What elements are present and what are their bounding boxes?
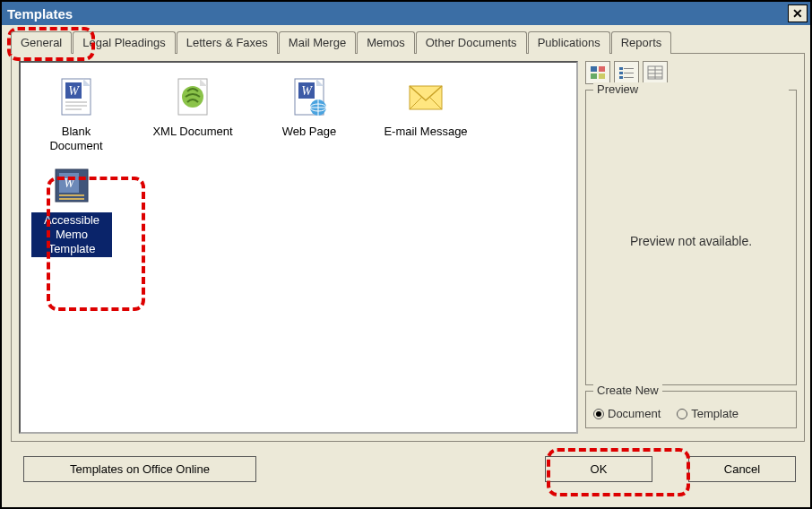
view-details-button[interactable] bbox=[643, 61, 668, 84]
email-icon bbox=[402, 73, 449, 120]
tab-legal-pleadings[interactable]: Legal Pleadings bbox=[73, 31, 176, 54]
ok-button[interactable]: OK bbox=[545, 456, 652, 482]
tab-label: Legal Pleadings bbox=[82, 36, 166, 49]
tab-label: Other Documents bbox=[426, 36, 517, 49]
list-icon bbox=[618, 65, 635, 80]
radio-document[interactable]: Document bbox=[593, 407, 661, 420]
radio-icon bbox=[677, 409, 687, 419]
svg-rect-28 bbox=[619, 67, 623, 70]
tab-memos[interactable]: Memos bbox=[357, 31, 415, 54]
radio-template[interactable]: Template bbox=[677, 407, 739, 420]
radio-icon bbox=[593, 409, 604, 419]
button-label: Cancel bbox=[724, 462, 760, 476]
tab-panel: W Blank Document XML Document W Web Page bbox=[11, 53, 805, 442]
tab-strip: General Legal Pleadings Letters & Faxes … bbox=[2, 25, 810, 53]
web-page-icon: W bbox=[286, 73, 333, 120]
svg-rect-30 bbox=[619, 72, 623, 74]
word-doc-icon: W bbox=[53, 73, 99, 120]
dialog-buttons: Templates on Office Online OK Cancel bbox=[2, 442, 810, 496]
svg-rect-23 bbox=[59, 198, 84, 200]
button-label: Templates on Office Online bbox=[70, 462, 210, 476]
template-item-blank-document[interactable]: W Blank Document bbox=[31, 73, 121, 155]
cancel-button[interactable]: Cancel bbox=[688, 456, 796, 482]
tab-general[interactable]: General bbox=[11, 31, 72, 54]
preview-legend: Preview bbox=[593, 82, 789, 96]
template-item-label: XML Document bbox=[150, 124, 235, 140]
window-title: Templates bbox=[7, 6, 73, 22]
svg-text:W: W bbox=[64, 177, 75, 190]
right-column: Preview Preview not available. Create Ne… bbox=[585, 61, 797, 434]
view-list-button[interactable] bbox=[614, 61, 639, 84]
preview-fieldset: Preview Preview not available. bbox=[585, 90, 797, 385]
template-item-label: Accessible Memo Template bbox=[31, 212, 112, 258]
templates-online-button[interactable]: Templates on Office Online bbox=[23, 456, 256, 482]
svg-text:W: W bbox=[301, 84, 313, 98]
template-list: W Blank Document XML Document W Web Page bbox=[19, 61, 578, 434]
template-item-label: Web Page bbox=[280, 124, 339, 140]
tab-other-documents[interactable]: Other Documents bbox=[416, 31, 527, 54]
svg-rect-24 bbox=[591, 66, 597, 72]
details-icon bbox=[647, 65, 663, 80]
template-item-web-page[interactable]: W Web Page bbox=[264, 73, 354, 155]
tab-label: Memos bbox=[367, 36, 405, 49]
radio-label: Document bbox=[608, 407, 661, 420]
svg-rect-32 bbox=[619, 76, 623, 79]
svg-rect-22 bbox=[59, 194, 84, 196]
titlebar: Templates ✕ bbox=[2, 2, 810, 25]
tab-reports[interactable]: Reports bbox=[611, 31, 672, 54]
large-icons-icon bbox=[590, 65, 606, 80]
create-new-fieldset: Create New Document Template bbox=[585, 391, 797, 428]
close-icon: ✕ bbox=[792, 6, 803, 21]
svg-rect-31 bbox=[624, 73, 634, 73]
close-button[interactable]: ✕ bbox=[788, 4, 808, 22]
create-new-legend: Create New bbox=[593, 384, 662, 397]
template-item-email-message[interactable]: E-mail Message bbox=[381, 73, 471, 155]
svg-rect-26 bbox=[591, 73, 597, 79]
tab-label: Mail Merge bbox=[289, 36, 346, 49]
memo-template-icon: W bbox=[48, 162, 95, 209]
svg-rect-27 bbox=[599, 73, 605, 79]
button-label: OK bbox=[591, 462, 608, 476]
template-item-accessible-memo[interactable]: W Accessible Memo Template bbox=[31, 162, 112, 258]
svg-rect-33 bbox=[624, 77, 634, 78]
svg-rect-25 bbox=[599, 66, 605, 72]
tab-label: Reports bbox=[621, 36, 662, 49]
view-mode-toolbar bbox=[585, 61, 797, 84]
tab-label: Publications bbox=[538, 36, 600, 49]
tab-label: General bbox=[21, 36, 62, 49]
tab-letters-faxes[interactable]: Letters & Faxes bbox=[177, 31, 278, 54]
xml-doc-icon bbox=[169, 73, 216, 120]
radio-label: Template bbox=[691, 407, 739, 420]
template-item-xml-document[interactable]: XML Document bbox=[148, 73, 238, 155]
tab-publications[interactable]: Publications bbox=[528, 31, 610, 54]
view-large-icons-button[interactable] bbox=[585, 61, 610, 84]
preview-text: Preview not available. bbox=[593, 104, 789, 377]
svg-text:W: W bbox=[68, 84, 80, 98]
svg-rect-29 bbox=[624, 68, 634, 69]
template-item-label: Blank Document bbox=[31, 124, 121, 155]
tab-label: Letters & Faxes bbox=[186, 36, 268, 49]
tab-mail-merge[interactable]: Mail Merge bbox=[279, 31, 356, 54]
template-item-label: E-mail Message bbox=[381, 124, 470, 140]
